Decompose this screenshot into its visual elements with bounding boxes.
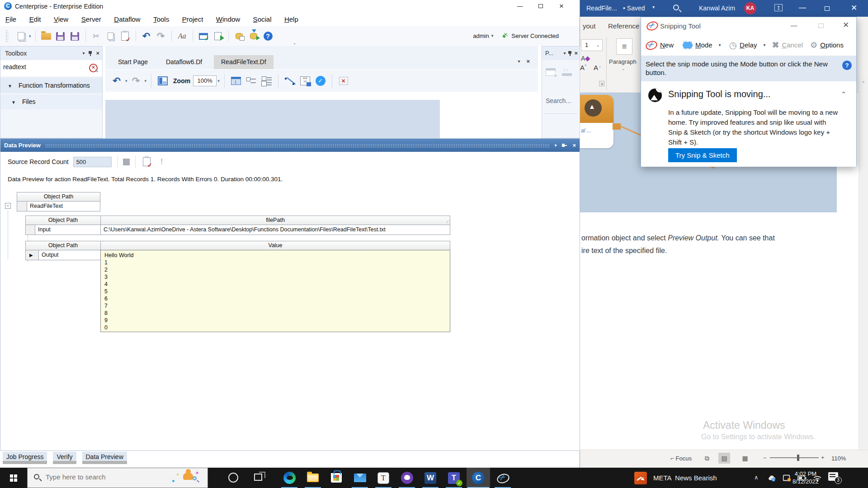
- chevron-down-icon[interactable]: ▾: [719, 42, 721, 47]
- deploy-icon[interactable]: [248, 30, 259, 42]
- redo-icon[interactable]: ↷: [155, 30, 167, 42]
- grid-header-value[interactable]: Value: [100, 241, 450, 250]
- chevron-down-icon[interactable]: ▾: [563, 47, 566, 60]
- font-icon[interactable]: Aa: [176, 30, 188, 42]
- taskbar-store[interactable]: [325, 468, 348, 488]
- menu-help[interactable]: Help: [279, 13, 304, 23]
- chevron-down-icon[interactable]: ▾: [491, 33, 494, 38]
- open-folder-icon[interactable]: [40, 30, 52, 42]
- avatar[interactable]: KA: [744, 2, 756, 14]
- paste-icon[interactable]: [119, 30, 131, 42]
- spacing-dropdown[interactable]: 1⌄: [581, 39, 603, 51]
- tab-job-progress[interactable]: Job Progress: [3, 452, 47, 464]
- delay-button[interactable]: Delay: [740, 41, 757, 49]
- pin-icon[interactable]: [568, 51, 571, 56]
- taskbar-search-box[interactable]: ✦: [27, 468, 208, 488]
- taskbar-typora[interactable]: T: [372, 468, 395, 488]
- grow-font-button[interactable]: A^: [580, 64, 586, 71]
- snipping-maximize-button[interactable]: [812, 17, 830, 34]
- auto-layout-icon[interactable]: [230, 75, 242, 87]
- verify-shield-icon[interactable]: ✓: [315, 75, 326, 87]
- input-value-cell[interactable]: C:\Users\Kanwal.Azim\OneDrive - Astera S…: [100, 225, 450, 235]
- scroll-up-icon[interactable]: ⌃: [861, 80, 865, 86]
- tab-data-preview[interactable]: Data Preview: [82, 452, 127, 464]
- tab-dataflow6[interactable]: Dataflow6.Df: [159, 55, 209, 69]
- menu-view[interactable]: View: [48, 13, 74, 23]
- word-save-status[interactable]: • Saved: [623, 5, 645, 12]
- root-node-cell[interactable]: ReadFileText: [27, 201, 100, 211]
- menu-tools[interactable]: Tools: [148, 13, 175, 23]
- search-icon[interactable]: [673, 5, 679, 10]
- chevron-down-icon[interactable]: ▾: [518, 59, 520, 64]
- save-all-icon[interactable]: [69, 30, 81, 42]
- tray-chevron-up-icon[interactable]: ∧: [754, 474, 759, 481]
- taskbar-edge[interactable]: [278, 468, 301, 488]
- try-snip-sketch-button[interactable]: Try Snip & Sketch: [668, 148, 737, 162]
- chevron-down-icon[interactable]: ▾: [82, 47, 85, 60]
- delay-clock-icon[interactable]: ◷: [729, 40, 737, 51]
- preview-data-icon[interactable]: 01010: [299, 75, 311, 87]
- toolbox-section-files[interactable]: ▼Files: [0, 94, 102, 109]
- chevron-down-icon[interactable]: ▾: [554, 143, 557, 148]
- action-center-button[interactable]: 3: [828, 472, 840, 482]
- chevron-up-icon[interactable]: ⌃: [841, 90, 846, 98]
- data-preview-header[interactable]: Data Preview ▾ ×: [0, 139, 580, 152]
- dataflow-canvas[interactable]: [105, 92, 538, 138]
- record-count-input[interactable]: [73, 157, 112, 167]
- grid-header-object-path[interactable]: Object Path: [17, 192, 100, 202]
- chevron-down-icon[interactable]: ▾: [145, 79, 147, 83]
- taskbar-teams[interactable]: T: [442, 468, 466, 488]
- taskbar-github[interactable]: [395, 468, 419, 488]
- paragraph-dialog-launcher-icon[interactable]: ⇲: [599, 81, 604, 86]
- collapse-nodes-icon[interactable]: [245, 75, 257, 87]
- new-button[interactable]: New: [660, 41, 674, 49]
- help-icon[interactable]: ?: [842, 61, 852, 70]
- new-document-icon[interactable]: [15, 30, 27, 42]
- word-close-button[interactable]: ✕: [843, 0, 865, 17]
- chevron-down-icon[interactable]: ▾: [652, 5, 655, 9]
- taskbar-mail[interactable]: [348, 468, 372, 488]
- taskbar-search-input[interactable]: [46, 473, 159, 481]
- options-button[interactable]: Options: [820, 41, 844, 49]
- tab-references[interactable]: Reference: [608, 22, 639, 30]
- zoom-slider-handle[interactable]: [797, 455, 799, 461]
- close-tab-icon[interactable]: ×: [526, 58, 530, 65]
- stop-icon[interactable]: [123, 159, 130, 165]
- text-effects-icon[interactable]: A◆: [581, 55, 590, 62]
- news-widget[interactable]: META News Bearish: [634, 468, 717, 488]
- tab-layout[interactable]: yout: [583, 22, 595, 30]
- options-gear-icon[interactable]: ⚙: [810, 40, 817, 50]
- menu-server[interactable]: Server: [76, 13, 107, 23]
- grid-header-object-path[interactable]: Object Path: [25, 216, 101, 225]
- cortana-icon[interactable]: [228, 473, 238, 483]
- user-menu[interactable]: admin: [473, 33, 489, 39]
- input-label-cell[interactable]: Input: [35, 225, 101, 235]
- onedrive-icon[interactable]: [767, 473, 777, 483]
- toolbox-search-input[interactable]: [3, 63, 75, 70]
- toolbar-overflow-icon[interactable]: ⌄: [293, 41, 297, 45]
- menu-project[interactable]: Project: [177, 13, 209, 23]
- redo-icon[interactable]: ↷: [130, 75, 142, 87]
- clear-search-icon[interactable]: [89, 64, 97, 72]
- snipping-minimize-button[interactable]: —: [785, 18, 803, 33]
- database-browse-icon[interactable]: [233, 30, 245, 42]
- read-mode-icon[interactable]: ⧉: [701, 453, 713, 464]
- print-layout-icon[interactable]: ▤: [718, 453, 730, 464]
- layout-icon[interactable]: [157, 75, 169, 87]
- close-icon[interactable]: ×: [574, 47, 578, 60]
- row-selector-cell[interactable]: [25, 225, 35, 235]
- copy-icon[interactable]: [105, 30, 117, 42]
- close-button[interactable]: ✕: [551, 0, 572, 13]
- tab-verify[interactable]: Verify: [53, 452, 76, 464]
- zoom-out-button[interactable]: −: [763, 455, 767, 461]
- snipping-close-button[interactable]: ✕: [836, 18, 855, 33]
- expand-nodes-icon[interactable]: [261, 75, 273, 87]
- preview-window-icon[interactable]: [198, 30, 209, 42]
- chevron-down-icon[interactable]: ⌄: [622, 66, 625, 71]
- task-view-icon[interactable]: [254, 474, 262, 481]
- pin-icon[interactable]: [562, 144, 567, 147]
- expand-row-icon[interactable]: ▶: [29, 253, 33, 258]
- web-layout-icon[interactable]: ▦: [739, 453, 751, 464]
- shrink-font-button[interactable]: A⌄: [594, 64, 602, 71]
- save-icon[interactable]: [55, 30, 66, 42]
